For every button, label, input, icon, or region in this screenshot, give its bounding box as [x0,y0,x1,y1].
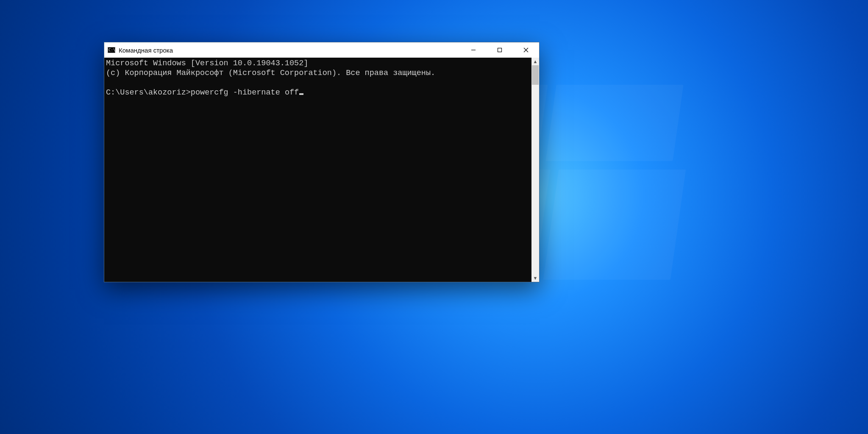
console-output[interactable]: Microsoft Windows [Version 10.0.19043.10… [104,58,531,282]
svg-rect-3 [498,48,502,52]
scroll-thumb[interactable] [532,65,539,85]
minimize-button[interactable] [460,42,487,58]
titlebar[interactable]: C:\ Командная строка [104,42,539,58]
console-prompt: C:\Users\akozoriz> [106,88,191,97]
scroll-down-arrow-icon[interactable]: ▼ [531,274,539,282]
desktop-wallpaper: C:\ Командная строка Microsoft Windows [… [0,0,868,434]
scroll-track[interactable] [531,65,539,274]
window-title: Командная строка [119,47,173,54]
console-command: powercfg -hibernate off [191,88,299,97]
wallpaper-logo-q4 [543,170,686,280]
text-cursor [299,93,303,95]
vertical-scrollbar[interactable]: ▲ ▼ [531,58,539,282]
close-icon [523,47,529,53]
cmd-icon: C:\ [108,46,115,54]
svg-text:C:\: C:\ [108,48,115,52]
console-line-1: Microsoft Windows [Version 10.0.19043.10… [106,59,308,68]
wallpaper-logo-q2 [545,85,683,161]
close-button[interactable] [513,42,539,58]
command-prompt-window: C:\ Командная строка Microsoft Windows [… [104,42,540,282]
maximize-button[interactable] [487,42,513,58]
minimize-icon [471,47,476,53]
client-area: Microsoft Windows [Version 10.0.19043.10… [104,58,539,282]
maximize-icon [497,47,502,53]
scroll-up-arrow-icon[interactable]: ▲ [531,58,539,65]
console-line-2: (c) Корпорация Майкрософт (Microsoft Cor… [106,69,435,78]
